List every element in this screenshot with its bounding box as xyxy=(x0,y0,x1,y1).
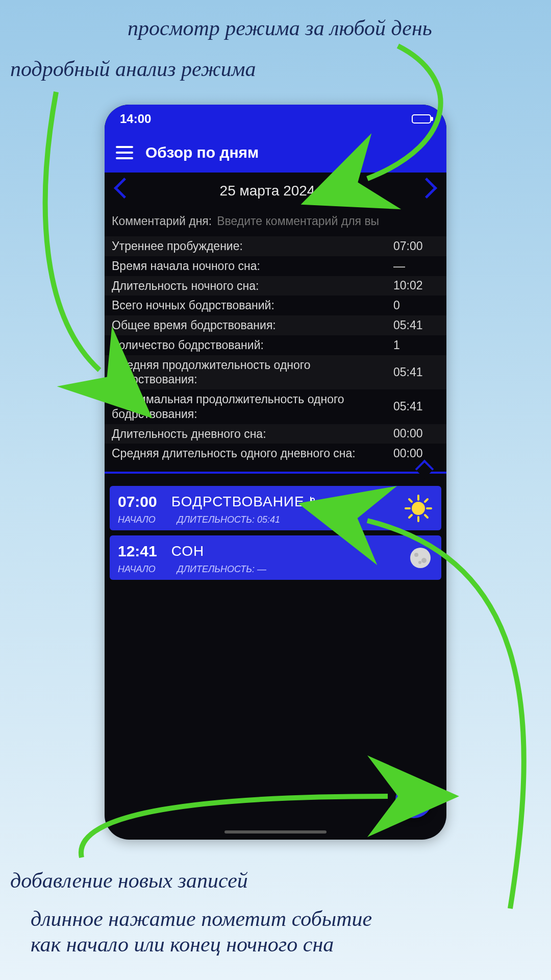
event-start-label: НАЧАЛО xyxy=(118,514,163,525)
stat-label: Время начала ночного сна: xyxy=(112,259,393,274)
stat-label: Средняя продолжительность одного бодрств… xyxy=(112,358,393,387)
event-duration: ДЛИТЕЛЬНОСТЬ: 05:41 xyxy=(177,514,280,525)
svg-point-9 xyxy=(410,548,431,568)
app-bar: Обзор по дням xyxy=(105,133,446,173)
svg-line-7 xyxy=(425,499,428,502)
stat-row: Средняя продолжительность одного бодрств… xyxy=(105,355,446,390)
stat-row: Количество бодрствований:1 xyxy=(105,335,446,355)
prev-day-button[interactable] xyxy=(114,181,126,201)
bed-icon xyxy=(310,496,325,507)
stat-row: Утреннее пробуждение:07:00 xyxy=(105,236,446,256)
stat-label: Длительность ночного сна: xyxy=(112,279,393,293)
event-time: 12:41 xyxy=(118,543,157,560)
stat-label: Максимальная продолжительность одного бо… xyxy=(112,392,393,422)
stat-value: 05:41 xyxy=(393,400,439,413)
svg-point-0 xyxy=(412,502,425,515)
comment-label: Комментарий дня: xyxy=(112,214,212,228)
event-start-label: НАЧАЛО xyxy=(118,564,163,575)
events-list: 07:00БОДРСТВОВАНИЕНАЧАЛОДЛИТЕЛЬНОСТЬ: 05… xyxy=(105,479,446,587)
app-title: Обзор по дням xyxy=(145,144,259,161)
day-comment-row: Комментарий дня: xyxy=(105,209,446,236)
stat-row: Длительность ночного сна:10:02 xyxy=(105,276,446,296)
svg-line-6 xyxy=(425,515,428,518)
phone-frame: 14:00 Обзор по дням 25 марта 2024 Коммен… xyxy=(105,105,446,840)
event-duration: ДЛИТЕЛЬНОСТЬ: — xyxy=(177,564,266,575)
stat-row: Время начала ночного сна:— xyxy=(105,256,446,276)
moon-icon xyxy=(409,546,432,570)
status-time: 14:00 xyxy=(120,112,151,126)
stat-row: Средняя длительность одного дневного сна… xyxy=(105,444,446,463)
stat-label: Всего ночных бодрствований: xyxy=(112,298,393,313)
svg-line-8 xyxy=(409,515,412,518)
stat-value: 1 xyxy=(393,338,439,352)
stat-row: Максимальная продолжительность одного бо… xyxy=(105,389,446,424)
stat-value: 00:00 xyxy=(393,427,439,440)
svg-point-12 xyxy=(418,561,421,564)
svg-point-11 xyxy=(421,558,427,563)
stat-label: Общее время бодрствования: xyxy=(112,318,393,333)
event-card[interactable]: 12:41СОННАЧАЛОДЛИТЕЛЬНОСТЬ: — xyxy=(110,535,441,580)
annotation-view-any-day: просмотр режима за любой день xyxy=(128,15,432,41)
date-navigator: 25 марта 2024 xyxy=(105,173,446,209)
annotation-long-press: длинное нажатие пометит событие как нача… xyxy=(31,906,372,958)
annotation-detailed-analysis: подробный анализ режима xyxy=(10,56,256,82)
stat-label: Длительность дневного сна: xyxy=(112,427,393,442)
svg-point-10 xyxy=(414,553,418,557)
stats-table: Утреннее пробуждение:07:00Время начала н… xyxy=(105,236,446,463)
stat-value: 05:41 xyxy=(393,318,439,332)
current-date: 25 марта 2024 xyxy=(220,183,315,199)
search-icon[interactable] xyxy=(320,185,331,197)
stat-value: 07:00 xyxy=(393,239,439,253)
stat-value: 10:02 xyxy=(393,279,439,292)
svg-line-5 xyxy=(409,499,412,502)
sun-icon xyxy=(405,495,432,522)
event-card[interactable]: 07:00БОДРСТВОВАНИЕНАЧАЛОДЛИТЕЛЬНОСТЬ: 05… xyxy=(110,486,441,530)
stat-value: — xyxy=(393,259,439,273)
event-type: СОН xyxy=(171,543,205,559)
annotation-add-records: добавление новых записей xyxy=(10,868,248,893)
menu-icon[interactable] xyxy=(116,146,133,159)
add-button[interactable] xyxy=(395,781,432,818)
stat-value: 05:41 xyxy=(393,365,439,379)
stat-row: Длительность дневного сна:00:00 xyxy=(105,424,446,444)
battery-icon xyxy=(412,114,431,124)
status-bar: 14:00 xyxy=(105,105,446,133)
stat-value: 00:00 xyxy=(393,447,439,460)
stat-value: 0 xyxy=(393,299,439,312)
comment-input[interactable] xyxy=(217,214,439,228)
section-divider xyxy=(105,467,446,479)
stat-row: Всего ночных бодрствований:0 xyxy=(105,296,446,315)
event-time: 07:00 xyxy=(118,493,157,510)
stat-label: Средняя длительность одного дневного сна… xyxy=(112,446,393,461)
next-day-button[interactable] xyxy=(425,181,437,201)
stat-label: Количество бодрствований: xyxy=(112,338,393,353)
stat-label: Утреннее пробуждение: xyxy=(112,239,393,254)
event-type: БОДРСТВОВАНИЕ xyxy=(171,494,325,510)
home-indicator xyxy=(224,830,327,834)
stat-row: Общее время бодрствования:05:41 xyxy=(105,315,446,335)
